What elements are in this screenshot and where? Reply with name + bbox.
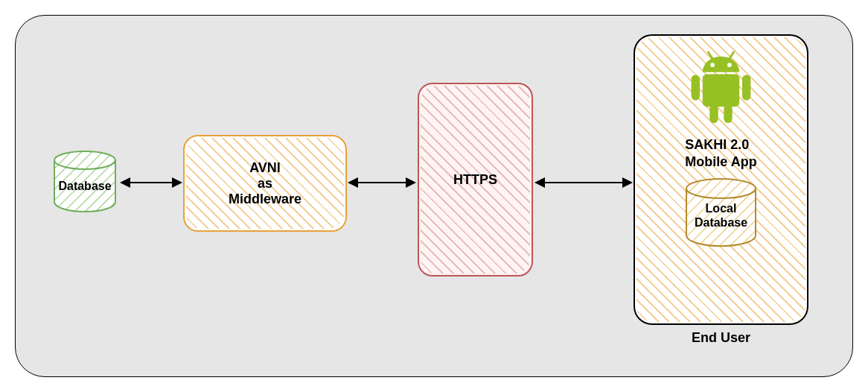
svg-rect-7 <box>703 75 739 107</box>
end-user-caption: End User <box>634 330 808 346</box>
arrow-https-enduser <box>536 182 631 183</box>
database-label: Database <box>51 180 118 193</box>
end-user-node: SAKHI 2.0 Mobile App Local <box>634 34 808 325</box>
local-database-node: Local Database <box>682 177 760 244</box>
app-title: SAKHI 2.0 Mobile App <box>685 136 756 170</box>
svg-point-2 <box>54 151 115 169</box>
database-node: Database <box>51 150 118 209</box>
https-label: HTTPS <box>453 172 497 188</box>
svg-rect-8 <box>692 75 700 100</box>
middleware-line3: Middleware <box>229 192 301 207</box>
android-icon <box>686 49 756 127</box>
middleware-node: AVNI as Middleware <box>183 135 347 232</box>
middleware-line2: as <box>258 176 272 192</box>
svg-rect-9 <box>742 75 750 100</box>
middleware-line1: AVNI <box>249 160 281 176</box>
arrow-middleware-https <box>349 182 415 183</box>
svg-point-5 <box>710 63 715 67</box>
svg-point-14 <box>686 179 756 198</box>
diagram-canvas: Database AVNI as Middleware HTTPS <box>15 15 853 377</box>
arrow-db-middleware <box>121 182 181 183</box>
svg-rect-11 <box>724 104 732 123</box>
svg-rect-10 <box>709 104 718 123</box>
svg-point-6 <box>727 63 732 67</box>
https-node: HTTPS <box>418 83 533 276</box>
local-db-label: Local Database <box>682 201 760 230</box>
